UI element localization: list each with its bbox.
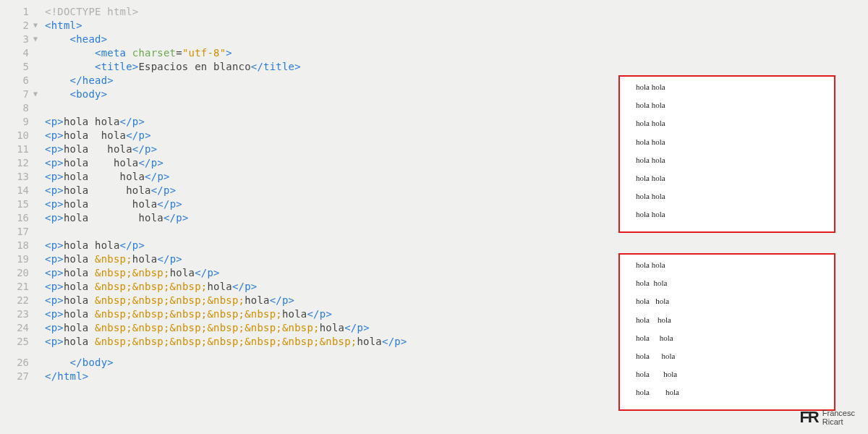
code-content[interactable]: <p>hola hola</p> <box>45 184 176 196</box>
code-editor[interactable]: 1<!DOCTYPE html>2▼<html>3▼ <head>4 <meta… <box>0 6 521 384</box>
code-line[interactable]: 10<p>hola hola</p> <box>0 129 521 143</box>
line-number: 4 <box>0 47 33 59</box>
fold-marker <box>33 47 45 48</box>
line-number: 3 <box>0 33 33 45</box>
code-line[interactable]: 11<p>hola hola</p> <box>0 143 521 157</box>
line-number: 27 <box>0 370 33 382</box>
code-content[interactable]: <!DOCTYPE html> <box>45 6 138 17</box>
line-number: 2 <box>0 20 33 31</box>
fold-marker <box>33 357 45 358</box>
fold-marker[interactable]: ▼ <box>33 33 45 43</box>
code-line[interactable]: 25<p>hola &nbsp;&nbsp;&nbsp;&nbsp;&nbsp;… <box>0 336 521 349</box>
fold-marker <box>33 308 45 310</box>
code-content[interactable]: <p>hola hola</p> <box>45 171 170 182</box>
code-line[interactable]: 1<!DOCTYPE html> <box>0 6 521 20</box>
fold-marker <box>33 239 45 241</box>
line-number: 19 <box>0 253 33 265</box>
fold-marker <box>33 61 45 62</box>
rendered-paragraph: hola hola <box>636 333 824 343</box>
code-line[interactable]: 17 <box>0 226 521 239</box>
code-line[interactable]: 26 </body> <box>0 357 521 370</box>
fold-marker <box>33 267 45 268</box>
fold-marker[interactable]: ▼ <box>33 20 45 29</box>
code-content[interactable]: <p>hola hola</p> <box>45 157 163 169</box>
line-number: 6 <box>0 75 33 86</box>
code-line[interactable]: 18<p>hola hola</p> <box>0 239 521 253</box>
line-number: 11 <box>0 143 33 155</box>
code-content[interactable]: <p>hola &nbsp;&nbsp;&nbsp;&nbsp;&nbsp;ho… <box>45 308 332 320</box>
code-content[interactable]: <title>Espacios en blanco</title> <box>45 61 301 72</box>
code-content[interactable]: <p>hola hola</p> <box>45 129 151 141</box>
rendered-paragraph: hola hola <box>636 315 824 325</box>
code-line[interactable]: 22<p>hola &nbsp;&nbsp;&nbsp;&nbsp;hola</… <box>0 294 521 308</box>
code-line[interactable]: 8 <box>0 102 521 116</box>
code-content[interactable]: <p>hola hola</p> <box>45 116 145 127</box>
code-content[interactable]: <p>hola hola</p> <box>45 212 189 224</box>
code-line[interactable]: 15<p>hola hola</p> <box>0 198 521 212</box>
code-content[interactable]: <p>hola &nbsp;&nbsp;&nbsp;&nbsp;&nbsp;&n… <box>45 322 370 333</box>
fold-marker <box>33 253 45 255</box>
line-number: 7 <box>0 88 33 100</box>
fold-marker <box>33 336 45 337</box>
code-line[interactable]: 12<p>hola hola</p> <box>0 157 521 171</box>
code-content[interactable]: <p>hola hola</p> <box>45 239 145 251</box>
code-line[interactable]: 13<p>hola hola</p> <box>0 171 521 184</box>
code-content[interactable]: </html> <box>45 370 88 382</box>
line-number: 21 <box>0 281 33 292</box>
fold-marker <box>33 102 45 103</box>
code-content[interactable]: <p>hola &nbsp;&nbsp;&nbsp;&nbsp;&nbsp;&n… <box>45 336 407 347</box>
code-line[interactable]: 2▼<html> <box>0 20 521 33</box>
fold-marker <box>33 322 45 323</box>
rendered-paragraph: hola hola <box>636 192 824 201</box>
code-line[interactable]: 21<p>hola &nbsp;&nbsp;&nbsp;hola</p> <box>0 281 521 294</box>
code-line[interactable]: 16<p>hola hola</p> <box>0 212 521 226</box>
rendered-paragraph: hola hola <box>636 297 824 306</box>
code-line[interactable]: 5 <title>Espacios en blanco</title> <box>0 61 521 75</box>
code-line[interactable]: 6 </head> <box>0 75 521 88</box>
code-content[interactable]: </body> <box>45 357 114 368</box>
code-line[interactable]: 9<p>hola hola</p> <box>0 116 521 129</box>
rendered-paragraph: hola hola <box>636 82 824 92</box>
fold-marker <box>33 281 45 282</box>
code-content[interactable]: <p>hola &nbsp;&nbsp;hola</p> <box>45 267 220 278</box>
code-line[interactable]: 3▼ <head> <box>0 33 521 47</box>
logo-mark: FR <box>799 408 817 427</box>
rendered-paragraph: hola hola <box>636 370 824 379</box>
code-line[interactable]: 19<p>hola &nbsp;hola</p> <box>0 253 521 267</box>
fold-marker <box>33 198 45 200</box>
fold-marker <box>33 226 45 227</box>
code-content[interactable]: <meta charset="utf-8"> <box>45 47 232 59</box>
code-content[interactable]: <p>hola hola</p> <box>45 198 182 210</box>
fold-marker <box>33 116 45 117</box>
rendered-paragraph: hola hola <box>636 388 824 397</box>
code-line[interactable]: 14<p>hola hola</p> <box>0 184 521 198</box>
line-number: 12 <box>0 157 33 169</box>
code-content[interactable]: <p>hola &nbsp;hola</p> <box>45 253 182 265</box>
rendered-paragraph: hola hola <box>636 352 824 361</box>
fold-marker[interactable]: ▼ <box>33 88 45 98</box>
code-content[interactable]: </head> <box>45 75 114 86</box>
fold-marker <box>33 129 45 131</box>
code-line[interactable]: 27</html> <box>0 370 521 384</box>
code-line[interactable]: 24<p>hola &nbsp;&nbsp;&nbsp;&nbsp;&nbsp;… <box>0 322 521 336</box>
line-number: 18 <box>0 239 33 251</box>
render-output-nbsp-spaces: hola holahola holahola holahola holahola… <box>618 253 835 411</box>
rendered-paragraph: hola hola <box>636 278 824 288</box>
code-content[interactable]: <p>hola &nbsp;&nbsp;&nbsp;hola</p> <box>45 281 257 292</box>
code-content[interactable]: <p>hola &nbsp;&nbsp;&nbsp;&nbsp;hola</p> <box>45 294 294 306</box>
code-content[interactable]: <head> <box>45 33 107 45</box>
code-content[interactable]: <html> <box>45 20 82 31</box>
rendered-paragraph: hola hola <box>636 210 824 219</box>
rendered-paragraph: hola hola <box>636 137 824 147</box>
code-line[interactable]: 4 <meta charset="utf-8"> <box>0 47 521 61</box>
code-content[interactable]: <p>hola hola</p> <box>45 143 157 155</box>
code-line[interactable]: 7▼ <body> <box>0 88 521 102</box>
fold-marker <box>33 294 45 296</box>
line-number: 14 <box>0 184 33 196</box>
code-line[interactable]: 23<p>hola &nbsp;&nbsp;&nbsp;&nbsp;&nbsp;… <box>0 308 521 322</box>
fold-marker <box>33 171 45 172</box>
code-content[interactable]: <body> <box>45 88 107 100</box>
rendered-paragraph: hola hola <box>636 174 824 183</box>
line-number: 26 <box>0 357 33 368</box>
code-line[interactable]: 20<p>hola &nbsp;&nbsp;hola</p> <box>0 267 521 281</box>
